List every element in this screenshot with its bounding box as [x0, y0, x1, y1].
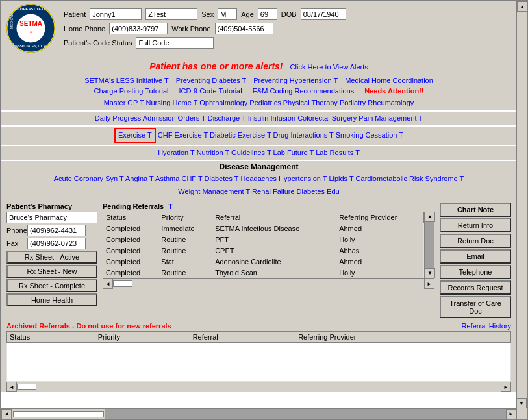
home-phone-input[interactable]: [109, 23, 168, 34]
nav-diabetes-edu[interactable]: Diabetes Edu: [297, 188, 340, 195]
exercise-highlighted[interactable]: Exercise T: [114, 128, 156, 143]
nav-t-mastergp[interactable]: T: [140, 99, 144, 106]
nav-t-angina[interactable]: T: [149, 175, 154, 182]
nav-renal-failure[interactable]: Renal Failure: [252, 188, 294, 195]
scroll-left-btn[interactable]: ◄: [1, 409, 12, 419]
nav-t-weight[interactable]: T: [246, 188, 251, 195]
nav-icd9[interactable]: ICD-9 Code Tutorial: [179, 87, 242, 95]
nav-t-hypertension[interactable]: T: [323, 175, 327, 182]
age-input[interactable]: [258, 8, 277, 20]
nav-t-diabetic[interactable]: T: [267, 131, 271, 139]
nav-ophthalmology[interactable]: Ophthalmology: [199, 99, 247, 106]
nav-hypertension[interactable]: Hypertension: [279, 175, 321, 182]
table-scroll-down[interactable]: ▼: [425, 268, 435, 278]
nav-t-smoking[interactable]: T: [399, 131, 403, 139]
patient-lastname[interactable]: [145, 8, 197, 20]
nav-nutrition[interactable]: Nutrition: [197, 149, 223, 156]
transfer-care-btn[interactable]: Transfer of Care Doc: [440, 296, 511, 318]
pharmacy-phone-input[interactable]: [27, 225, 86, 236]
chart-note-btn[interactable]: Chart Note: [440, 203, 511, 217]
nav-pediatrics[interactable]: Pediatrics: [249, 99, 281, 106]
home-health-btn[interactable]: Home Health: [6, 293, 97, 306]
arch-scroll-right[interactable]: ►: [501, 382, 511, 392]
horizontal-scrollbar[interactable]: ◄ ►: [1, 408, 516, 419]
table-hscroll-thumb[interactable]: [113, 280, 132, 287]
telephone-btn[interactable]: Telephone: [440, 265, 511, 279]
nav-guidelines[interactable]: Guidelines: [231, 149, 265, 156]
nav-t2[interactable]: T: [242, 77, 247, 84]
nav-em-coding[interactable]: E&M Coding Recommendations: [253, 87, 355, 95]
nav-t-lipids[interactable]: T: [349, 175, 354, 182]
alert-link[interactable]: Click Here to View Alerts: [290, 63, 368, 71]
nav-t-discharge[interactable]: T: [242, 114, 246, 122]
nav-chf-exercise[interactable]: CHF Exercise: [158, 131, 202, 139]
nav-podiatry[interactable]: Podiatry: [340, 99, 366, 106]
arch-hscroll-thumb[interactable]: [17, 384, 36, 390]
records-request-btn[interactable]: Records Request: [440, 280, 511, 295]
nav-lipids[interactable]: Lipids: [329, 175, 347, 182]
nav-master-gp[interactable]: Master GP: [104, 99, 138, 106]
nav-t-nutrition[interactable]: T: [225, 149, 229, 156]
pending-t-link[interactable]: T: [168, 203, 173, 210]
scroll-up-btn[interactable]: ▲: [517, 1, 527, 12]
scroll-right-btn[interactable]: ►: [506, 409, 516, 419]
nav-rheumatology[interactable]: Rheumatology: [368, 99, 414, 106]
rx-complete-btn[interactable]: Rx Sheet - Complete: [6, 279, 97, 292]
pharmacy-name-input[interactable]: [6, 212, 97, 223]
nav-t-admission[interactable]: T: [201, 114, 206, 122]
rx-new-btn[interactable]: Rx Sheet - New: [6, 265, 97, 278]
table-vscroll[interactable]: ▲ ▼: [424, 212, 434, 278]
nav-che[interactable]: CHF: [181, 175, 196, 182]
table-scroll-right[interactable]: ►: [424, 278, 434, 289]
nav-t-pain[interactable]: T: [418, 114, 423, 122]
arch-scroll-left[interactable]: ◄: [6, 382, 17, 392]
nav-pain-management[interactable]: Pain Management: [358, 114, 416, 122]
nav-t-chf-exercise[interactable]: T: [203, 131, 208, 139]
table-hscroll[interactable]: ◄ ►: [103, 278, 434, 289]
nav-t1[interactable]: T: [164, 77, 169, 84]
nav-t-acs[interactable]: T: [119, 175, 124, 182]
nav-t-lab-future[interactable]: T: [310, 149, 314, 156]
nav-acute-coronary[interactable]: Acute Coronary Syn: [54, 175, 118, 182]
rx-active-btn[interactable]: Rx Sheet - Active: [6, 251, 97, 264]
nav-t-guidelines[interactable]: T: [267, 149, 271, 156]
archived-hscroll[interactable]: ◄ ►: [6, 382, 511, 392]
nav-less-initiative[interactable]: SETMA's LESS Initiative: [84, 77, 162, 84]
nav-cardiometabolic[interactable]: Cardiometabolic Risk Syndrome: [356, 175, 458, 182]
email-btn[interactable]: Email: [440, 249, 511, 264]
nav-t-drug[interactable]: T: [329, 131, 334, 139]
scroll-down-btn[interactable]: ▼: [516, 398, 527, 408]
dob-input[interactable]: [301, 8, 346, 20]
sex-input[interactable]: [218, 8, 237, 20]
nav-preventing-hypertension[interactable]: Preventing Hypertension: [253, 77, 331, 84]
return-info-btn[interactable]: Return Info: [440, 218, 511, 232]
pharmacy-fax-input[interactable]: [27, 238, 86, 249]
nav-t-exercise[interactable]: T: [147, 131, 152, 139]
nav-headaches[interactable]: Headaches: [240, 175, 277, 182]
vertical-scrollbar[interactable]: ▲ ▼: [516, 1, 527, 419]
table-scroll-left[interactable]: ◄: [103, 278, 113, 289]
nav-t-lab-results[interactable]: T: [355, 149, 360, 156]
nav-drug-interactions[interactable]: Drug Interactions: [273, 131, 327, 139]
nav-t-chf[interactable]: T: [198, 175, 203, 182]
nav-physical-therapy[interactable]: Physical Therapy: [283, 99, 338, 106]
nav-lab-results[interactable]: Lab Results: [316, 149, 353, 156]
nav-t-nursing[interactable]: T: [194, 99, 198, 106]
referral-history-link[interactable]: Referral History: [462, 322, 511, 330]
nav-medical-home[interactable]: Medical Home Coordination: [345, 77, 433, 84]
scroll-thumb[interactable]: [13, 411, 104, 417]
nav-charge-posting[interactable]: Charge Posting Tutorial: [94, 87, 169, 95]
nav-t-cardio[interactable]: T: [460, 175, 464, 182]
nav-admission-orders[interactable]: Admission Orders: [143, 114, 199, 122]
nav-hydration[interactable]: Hydration: [158, 149, 188, 156]
nav-t-diabetes[interactable]: T: [234, 175, 239, 182]
patient-firstname[interactable]: [90, 8, 142, 20]
nav-colorectal-surgery[interactable]: Colorectal Surgery: [297, 114, 357, 122]
nav-diabetes[interactable]: Diabetes: [205, 175, 233, 182]
nav-daily-progress[interactable]: Daily Progress: [95, 114, 142, 122]
nav-smoking-cessation[interactable]: Smoking Cessation: [336, 131, 397, 139]
return-doc-btn[interactable]: Return Doc: [440, 234, 511, 248]
nav-angina[interactable]: Angina: [125, 175, 147, 182]
work-phone-input[interactable]: [215, 23, 273, 34]
nav-t-hydration[interactable]: T: [190, 149, 195, 156]
